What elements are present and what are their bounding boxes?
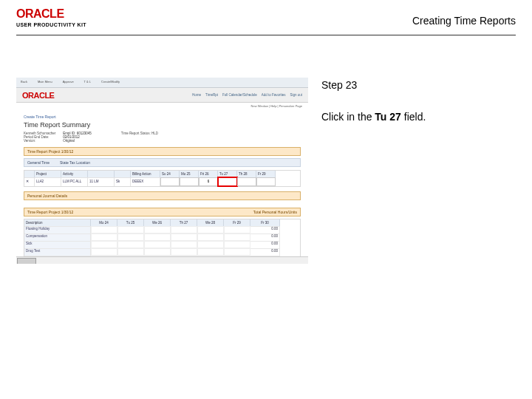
menu-item[interactable]: Approve xyxy=(63,80,74,87)
text-suffix: field. xyxy=(401,111,426,123)
billing-cell[interactable]: DEEEX xyxy=(131,177,160,186)
cell[interactable] xyxy=(144,233,171,241)
list-item: Sick0.00 xyxy=(24,241,300,248)
col2-d2: Tu 25 xyxy=(117,219,144,226)
col-th28: Th 28 xyxy=(237,171,256,177)
horizontal-scrollbar[interactable] xyxy=(16,256,308,264)
app-tabs: Home TimeRpt Full Calendar/Schedule Add … xyxy=(192,93,302,97)
page-title: Time Report Summary xyxy=(24,121,301,129)
logo-subtitle: USER PRODUCTIVITY KIT xyxy=(16,22,86,27)
row-desc: Sick xyxy=(24,241,91,248)
subtab-statetax[interactable]: State Tax Location xyxy=(60,160,90,165)
cell[interactable] xyxy=(144,226,171,233)
row-total: 0.00 xyxy=(250,226,280,233)
actiontype-cell[interactable]: 11 LM xyxy=(88,177,115,186)
fri26-input[interactable]: 6 xyxy=(199,177,218,186)
tab-signout[interactable]: Sign out xyxy=(290,93,302,97)
status-label: Time Report Status: xyxy=(121,132,151,135)
col2-d5: We 28 xyxy=(197,219,224,226)
cell[interactable] xyxy=(171,226,197,233)
cell[interactable] xyxy=(91,226,117,233)
time-grid: Project Activity Billing Action Su 24 Mo… xyxy=(24,170,301,187)
col-marker xyxy=(24,171,35,177)
cell[interactable] xyxy=(91,241,117,248)
app-screenshot: Back Main Menu Approve T & L Create/Modi… xyxy=(16,78,308,264)
row-total: 0.00 xyxy=(250,233,280,241)
cell[interactable] xyxy=(197,226,224,233)
row-desc: Drug Test xyxy=(24,248,91,256)
row-total: 0.00 xyxy=(250,241,280,248)
version-label: Version: xyxy=(24,139,62,143)
cell[interactable] xyxy=(91,233,117,241)
tab-calendar[interactable]: Full Calendar/Schedule xyxy=(222,93,257,97)
col-su24: Su 24 xyxy=(160,171,180,177)
fr29-input[interactable] xyxy=(256,177,276,186)
cell[interactable] xyxy=(117,241,144,248)
instruction-pane: Step 23 Click in the Tu 27 field. xyxy=(321,78,516,264)
menu-item[interactable]: T & L xyxy=(84,80,92,87)
col2-d4: Th 27 xyxy=(171,219,197,226)
cell[interactable] xyxy=(171,233,197,241)
app-logo: ORACLE xyxy=(22,91,54,100)
th28-input[interactable] xyxy=(237,177,256,186)
col-project: Project xyxy=(35,171,61,177)
row-marker[interactable]: ✕ xyxy=(24,177,35,186)
subtab-general[interactable]: General Time xyxy=(27,160,50,165)
cell[interactable] xyxy=(197,241,224,248)
utility-links: New Window | Help | Personalize Page xyxy=(16,103,308,110)
col-fr29: Fr 29 xyxy=(256,171,276,177)
activity-cell[interactable]: LLM PC ALL xyxy=(61,177,88,186)
col2-d3: We 26 xyxy=(144,219,171,226)
cell[interactable] xyxy=(144,248,171,256)
cell[interactable] xyxy=(117,233,144,241)
list-item: Drug Test0.00 xyxy=(24,248,300,256)
version-value: Original xyxy=(63,139,75,143)
cell[interactable] xyxy=(144,241,171,248)
oracle-logo: ORACLE xyxy=(16,7,86,21)
cell[interactable] xyxy=(224,241,250,248)
cell[interactable] xyxy=(117,226,144,233)
mo25-input[interactable] xyxy=(180,177,199,186)
status-value: HLD xyxy=(151,132,158,135)
cell[interactable] xyxy=(197,233,224,241)
list-item: Compensation0.00 xyxy=(24,233,300,241)
cell[interactable] xyxy=(224,248,250,256)
row-total: 0.00 xyxy=(250,248,280,256)
cell[interactable] xyxy=(224,233,250,241)
breadcrumb[interactable]: Create Time Report xyxy=(24,115,301,119)
col2-desc: Description xyxy=(24,219,91,226)
sel-cell[interactable]: Sk xyxy=(115,177,131,186)
journal-band: Personal Journal Details xyxy=(24,191,301,200)
col2-d1: Mo 24 xyxy=(91,219,117,226)
app-menubar: Back Main Menu Approve T & L Create/Modi… xyxy=(16,78,308,88)
menu-item[interactable]: Create/Modify xyxy=(101,80,120,87)
tu27-input[interactable] xyxy=(218,177,237,186)
menu-item[interactable]: Back xyxy=(21,80,27,87)
summary-meta: Kenneth Schumacher Empl ID: 60123045 Per… xyxy=(24,132,301,143)
table-row: ✕ LL42 LLM PC ALL 11 LM Sk DEEEX 6 xyxy=(24,177,300,186)
col2-d6: Fr 29 xyxy=(224,219,250,226)
col2-d7: Fr 30 xyxy=(250,219,280,226)
row-desc: Compensation xyxy=(24,233,91,241)
hours-band: Time Report Project 1/30/12 xyxy=(24,147,301,156)
instruction-text: Click in the Tu 27 field. xyxy=(321,110,516,124)
cell[interactable] xyxy=(91,248,117,256)
cell[interactable] xyxy=(117,248,144,256)
list-item: Floating Holiday0.00 xyxy=(24,226,300,233)
project-cell[interactable]: LL42 xyxy=(35,177,61,186)
tab-home[interactable]: Home xyxy=(192,93,201,97)
subtab-band: General Time State Tax Location xyxy=(24,158,301,167)
menu-item[interactable]: Main Menu xyxy=(38,80,52,87)
text-prefix: Click in the xyxy=(321,111,375,123)
tab-favorites[interactable]: Add to Favorites xyxy=(262,93,286,97)
doc-title: Creating Time Reports xyxy=(412,15,516,27)
personal-band: Time Report Project 1/30/12 Total Person… xyxy=(24,208,301,216)
cell[interactable] xyxy=(197,248,224,256)
su24-input[interactable] xyxy=(160,177,180,186)
tab-timerpt[interactable]: TimeRpt xyxy=(205,93,218,97)
cell[interactable] xyxy=(224,226,250,233)
col-billing-action: Billing Action xyxy=(131,171,160,177)
cell[interactable] xyxy=(171,241,197,248)
cell[interactable] xyxy=(171,248,197,256)
row-desc: Floating Holiday xyxy=(24,226,91,233)
